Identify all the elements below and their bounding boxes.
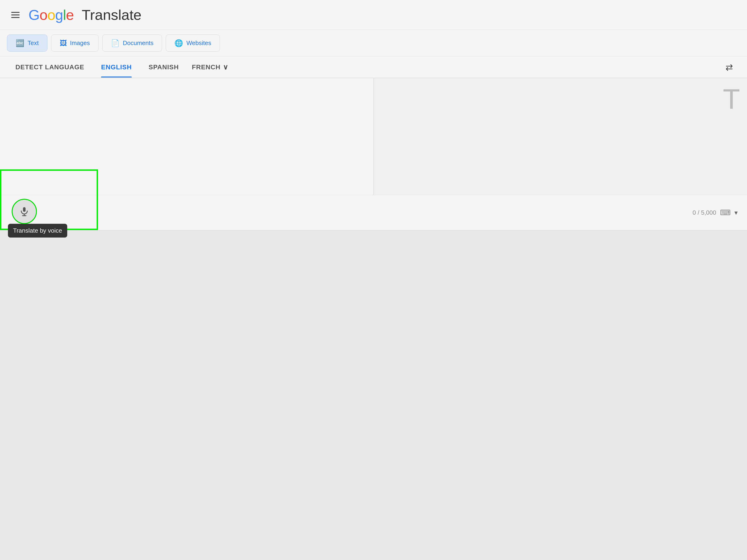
keyboard-icon[interactable]: ⌨ <box>720 208 731 217</box>
text-translate-icon: 🔤 <box>16 39 24 47</box>
english-language-option[interactable]: ENGLISH <box>93 57 140 77</box>
char-count-area: 0 / 5,000 ⌨ ▾ <box>693 208 738 217</box>
voice-button-wrapper: Translate by voice <box>12 200 36 223</box>
menu-button[interactable] <box>9 10 22 20</box>
documents-icon: 📄 <box>111 39 120 47</box>
swap-icon: ⇄ <box>725 62 733 72</box>
logo-letter-g: G <box>28 7 40 23</box>
google-logo: Google <box>28 6 74 23</box>
detect-language-option[interactable]: DETECT LANGUAGE <box>7 57 93 77</box>
logo-translate-text: Translate <box>82 6 141 23</box>
char-count-text: 0 / 5,000 <box>693 209 716 216</box>
tab-documents[interactable]: 📄 Documents <box>102 34 162 52</box>
french-language-option[interactable]: FRENCH ∨ <box>187 56 233 78</box>
microphone-icon <box>19 206 29 216</box>
tab-websites[interactable]: 🌐 Websites <box>166 34 220 52</box>
swap-languages-button[interactable]: ⇄ <box>719 57 740 77</box>
tab-text[interactable]: 🔤 Text <box>7 34 47 52</box>
websites-icon: 🌐 <box>174 39 183 47</box>
tab-bar: 🔤 Text 🖼 Images 📄 Documents 🌐 Websites <box>0 30 747 56</box>
tab-documents-label: Documents <box>123 39 154 47</box>
logo-letter-o1: o <box>40 7 47 23</box>
bottom-section <box>0 231 747 259</box>
tab-images-label: Images <box>70 39 90 47</box>
images-icon: 🖼 <box>60 39 67 47</box>
logo-letter-e: e <box>66 7 74 23</box>
input-options-chevron[interactable]: ▾ <box>735 209 738 216</box>
logo-letter-l: l <box>63 7 66 23</box>
input-panel <box>0 78 374 195</box>
input-bottom-bar: Translate by voice 0 / 5,000 ⌨ ▾ <box>0 195 747 231</box>
logo-letter-g2: g <box>55 7 63 23</box>
tab-websites-label: Websites <box>186 39 211 47</box>
svg-rect-0 <box>23 207 26 212</box>
language-bar: DETECT LANGUAGE ENGLISH SPANISH FRENCH ∨… <box>0 56 747 78</box>
logo-letter-o2: o <box>47 7 55 23</box>
tab-images[interactable]: 🖼 Images <box>51 34 99 52</box>
tab-text-label: Text <box>28 39 39 47</box>
output-panel: T <box>374 78 747 195</box>
header: Google Translate <box>0 0 747 30</box>
spanish-language-option[interactable]: SPANISH <box>140 57 187 77</box>
voice-tooltip: Translate by voice <box>8 224 67 238</box>
main-area: T <box>0 78 747 195</box>
voice-translate-button[interactable] <box>12 200 36 223</box>
output-placeholder-letter: T <box>723 83 740 115</box>
chevron-down-icon: ∨ <box>223 63 228 71</box>
